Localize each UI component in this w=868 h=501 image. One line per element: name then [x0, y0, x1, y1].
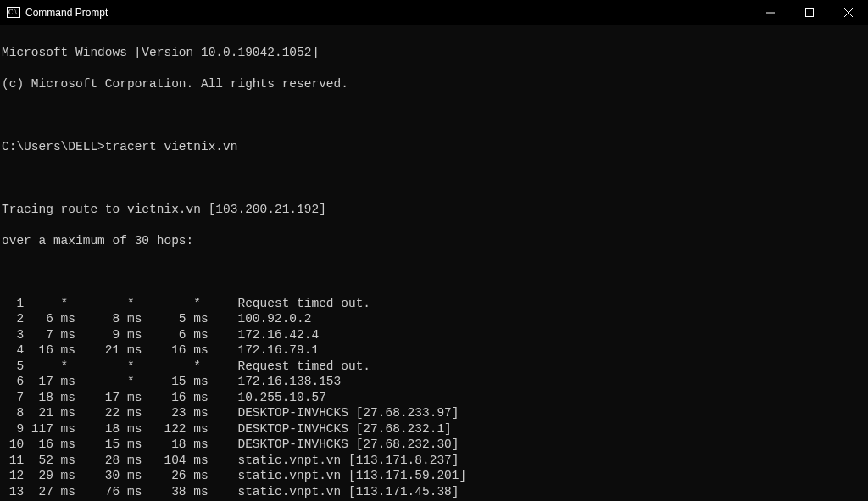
terminal-output[interactable]: Microsoft Windows [Version 10.0.19042.10…	[0, 25, 868, 501]
header-line: (c) Microsoft Corporation. All rights re…	[2, 76, 866, 92]
command-text: tracert vietnix.vn	[105, 140, 238, 153]
minimize-button[interactable]	[751, 0, 790, 25]
svg-rect-2	[806, 8, 814, 16]
hop-row: 5 * * * Request timed out.	[2, 359, 866, 375]
hop-row: 7 18 ms 17 ms 16 ms 10.255.10.57	[2, 390, 866, 406]
hop-row: 2 6 ms 8 ms 5 ms 100.92.0.2	[2, 311, 866, 327]
hop-row: 13 27 ms 76 ms 38 ms static.vnpt.vn [113…	[2, 484, 866, 500]
hop-row: 11 52 ms 28 ms 104 ms static.vnpt.vn [11…	[2, 453, 866, 469]
hop-row: 6 17 ms * 15 ms 172.16.138.153	[2, 374, 866, 390]
hop-row: 9 117 ms 18 ms 122 ms DESKTOP-INVHCKS [2…	[2, 421, 866, 437]
hop-row: 4 16 ms 21 ms 16 ms 172.16.79.1	[2, 342, 866, 359]
hop-row: 3 7 ms 9 ms 6 ms 172.16.42.4	[2, 327, 866, 343]
trace-intro: Tracing route to vietnix.vn [103.200.21.…	[2, 202, 866, 218]
hop-row: 10 16 ms 15 ms 18 ms DESKTOP-INVHCKS [27…	[2, 437, 866, 453]
cmd-icon: C:\	[7, 6, 20, 19]
blank-line	[2, 108, 866, 124]
svg-text:C:\: C:\	[8, 8, 18, 16]
hop-row: 8 21 ms 22 ms 23 ms DESKTOP-INVHCKS [27.…	[2, 405, 866, 421]
maximize-button[interactable]	[790, 0, 829, 25]
prompt-line: C:\Users\DELL>tracert vietnix.vn	[2, 139, 866, 155]
trace-intro: over a maximum of 30 hops:	[2, 233, 866, 249]
header-line: Microsoft Windows [Version 10.0.19042.10…	[2, 45, 866, 61]
hops-list: 1 * * * Request timed out. 2 6 ms 8 ms 5…	[2, 296, 866, 502]
blank-line	[2, 170, 866, 186]
window-title: Command Prompt	[25, 7, 108, 19]
close-button[interactable]	[829, 0, 868, 25]
hop-row: 1 * * * Request timed out.	[2, 296, 866, 312]
hop-row: 12 29 ms 30 ms 26 ms static.vnpt.vn [113…	[2, 468, 866, 484]
prompt-path: C:\Users\DELL>	[2, 140, 105, 153]
blank-line	[2, 264, 866, 281]
window-titlebar: C:\ Command Prompt	[0, 0, 868, 25]
